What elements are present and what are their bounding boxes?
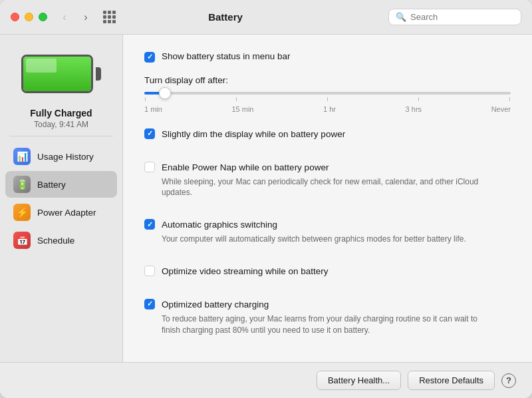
dim-display-label: Slightly dim the display while on batter… xyxy=(162,129,345,139)
battery-status-time: Today, 9:41 AM xyxy=(30,120,92,129)
auto-graphics-sublabel: Your computer will automatically switch … xyxy=(162,234,466,245)
sidebar-item-battery[interactable]: 🔋 Battery xyxy=(5,171,117,198)
dim-display-label-wrap: Slightly dim the display while on batter… xyxy=(162,128,345,141)
battery-status-title: Fully Charged xyxy=(30,108,92,118)
power-nap-checkbox[interactable] xyxy=(144,162,155,172)
tick-4 xyxy=(418,97,419,101)
power-nap-row: Enable Power Nap while on battery power … xyxy=(144,161,511,198)
dim-display-row: ✓ Slightly dim the display while on batt… xyxy=(144,128,511,141)
auto-graphics-label-wrap: Automatic graphics switching Your comput… xyxy=(162,218,466,245)
auto-graphics-label: Automatic graphics switching xyxy=(162,220,277,230)
tick-3 xyxy=(327,97,328,101)
show-battery-checkbox[interactable]: ✓ xyxy=(144,52,155,63)
battery-shell xyxy=(21,55,93,93)
sidebar: Fully Charged Today, 9:41 AM 📊 Usage His… xyxy=(0,35,123,362)
bottom-bar: Battery Health... Restore Defaults ? xyxy=(0,362,532,398)
battery-health-button[interactable]: Battery Health... xyxy=(317,371,401,390)
search-input[interactable] xyxy=(410,12,510,22)
sidebar-item-schedule[interactable]: 📅 Schedule xyxy=(5,227,117,254)
power-nap-label-wrap: Enable Power Nap while on battery power … xyxy=(162,161,481,198)
tick-label-15min: 15 min xyxy=(231,105,253,113)
sidebar-item-label-power: Power Adapter xyxy=(37,208,96,218)
power-nap-label: Enable Power Nap while on battery power xyxy=(162,162,329,172)
optimized-charging-row: ✓ Optimized battery charging To reduce b… xyxy=(144,298,511,335)
checkmark: ✓ xyxy=(147,221,153,228)
battery-icon-nav: 🔋 xyxy=(13,176,31,193)
main-content: Fully Charged Today, 9:41 AM 📊 Usage His… xyxy=(0,35,532,362)
search-icon: 🔍 xyxy=(396,12,406,22)
tick-label-never: Never xyxy=(491,105,511,113)
titlebar: ‹ › Battery 🔍 xyxy=(0,0,532,35)
maximize-button[interactable] xyxy=(39,13,47,21)
minimize-button[interactable] xyxy=(25,13,33,21)
battery-icon xyxy=(21,51,101,97)
auto-graphics-checkbox[interactable]: ✓ xyxy=(144,219,155,230)
window-title: Battery xyxy=(70,11,380,23)
restore-defaults-button[interactable]: Restore Defaults xyxy=(408,371,495,390)
show-battery-row: ✓ Show battery status in menu bar xyxy=(144,51,511,63)
power-adapter-icon: ⚡ xyxy=(13,204,31,221)
search-bar[interactable]: 🔍 xyxy=(388,9,521,25)
sidebar-item-usage-history[interactable]: 📊 Usage History xyxy=(5,143,117,170)
optimize-video-row: Optimize video streaming while on batter… xyxy=(144,265,511,278)
dim-display-checkbox[interactable]: ✓ xyxy=(144,128,155,139)
tick-label-3hrs: 3 hrs xyxy=(406,105,422,113)
tick-label-1min: 1 min xyxy=(144,105,162,113)
dim-display-setting: ✓ Slightly dim the display while on batt… xyxy=(144,128,511,150)
tick-5 xyxy=(509,97,510,101)
schedule-icon: 📅 xyxy=(13,232,31,249)
battery-tip xyxy=(96,67,101,81)
sidebar-nav: 📊 Usage History 🔋 Battery ⚡ Power Adapte… xyxy=(0,143,122,254)
auto-graphics-row: ✓ Automatic graphics switching Your comp… xyxy=(144,218,511,245)
optimize-video-label: Optimize video streaming while on batter… xyxy=(162,266,329,276)
power-nap-sublabel: While sleeping, your Mac can periodicall… xyxy=(162,176,481,199)
optimized-charging-checkbox[interactable]: ✓ xyxy=(144,299,155,309)
slider-container xyxy=(144,92,511,95)
tick-2 xyxy=(236,97,237,101)
auto-graphics-setting: ✓ Automatic graphics switching Your comp… xyxy=(144,218,511,254)
sidebar-divider xyxy=(9,136,113,136)
battery-status: Fully Charged Today, 9:41 AM xyxy=(30,108,92,129)
sidebar-item-power-adapter[interactable]: ⚡ Power Adapter xyxy=(5,199,117,226)
checkmark: ✓ xyxy=(147,53,153,61)
checkmark: ✓ xyxy=(147,300,153,307)
tick-1 xyxy=(145,97,146,101)
optimized-charging-label-wrap: Optimized battery charging To reduce bat… xyxy=(162,298,481,335)
slider-ticks: 1 min 15 min 1 hr 3 hrs Never xyxy=(144,105,511,113)
panel: ✓ Show battery status in menu bar Turn d… xyxy=(123,35,532,362)
slider-thumb[interactable] xyxy=(159,87,171,99)
sidebar-item-label-usage: Usage History xyxy=(37,152,94,162)
sidebar-item-label-schedule: Schedule xyxy=(37,236,74,246)
show-battery-label: Show battery status in menu bar xyxy=(162,51,291,63)
power-nap-setting: Enable Power Nap while on battery power … xyxy=(144,161,511,208)
battery-fill xyxy=(23,57,91,91)
optimize-video-checkbox[interactable] xyxy=(144,266,155,276)
tick-label-1hr: 1 hr xyxy=(323,105,336,113)
close-button[interactable] xyxy=(11,13,19,21)
optimized-charging-sublabel: To reduce battery aging, your Mac learns… xyxy=(162,313,481,336)
help-button[interactable]: ? xyxy=(501,373,516,388)
optimized-charging-label: Optimized battery charging xyxy=(162,299,269,309)
optimized-charging-setting: ✓ Optimized battery charging To reduce b… xyxy=(144,298,511,345)
sidebar-item-label-battery: Battery xyxy=(37,180,66,190)
battery-shine xyxy=(26,59,57,73)
slider-section: Turn display off after: 1 min 15 xyxy=(144,75,511,113)
traffic-lights xyxy=(11,13,47,21)
slider-track xyxy=(144,92,511,95)
optimize-video-label-wrap: Optimize video streaming while on batter… xyxy=(162,265,329,278)
optimize-video-setting: Optimize video streaming while on batter… xyxy=(144,265,511,288)
usage-history-icon: 📊 xyxy=(13,148,31,165)
turn-display-label: Turn display off after: xyxy=(144,75,511,85)
checkmark: ✓ xyxy=(147,130,153,137)
tick-marks xyxy=(144,97,511,101)
